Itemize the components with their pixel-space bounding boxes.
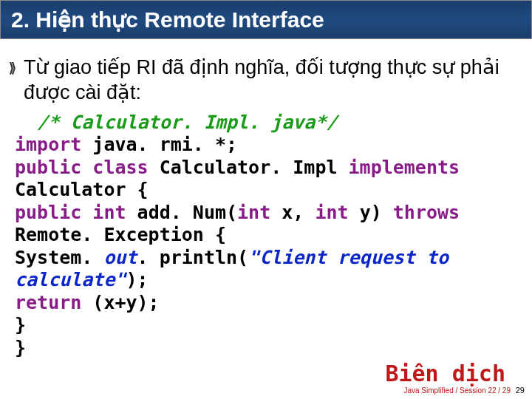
code-line: Remote. Exception { xyxy=(15,224,523,247)
code-line: public int add. Num(int x, int y) throws xyxy=(15,202,523,225)
bullet-item: ⟫ Từ giao tiếp RI đã định nghĩa, đối tượ… xyxy=(9,55,523,106)
code-line: /* Calculator. Impl. java*/ xyxy=(15,112,523,134)
code-line: } xyxy=(15,314,523,337)
bullet-text: Từ giao tiếp RI đã định nghĩa, đối tượng… xyxy=(24,55,523,106)
code-line: System. out. println("Client request to … xyxy=(15,247,523,292)
code-line: return (x+y); xyxy=(15,292,523,315)
code-line: Calculator { xyxy=(15,179,523,202)
code-block: /* Calculator. Impl. java*/ import java.… xyxy=(9,112,523,360)
slide-title: 2. Hiện thực Remote Interface xyxy=(11,7,521,33)
compile-label: Biên dịch xyxy=(9,361,523,386)
footer-text: Java Simplified / Session 22 / 29 xyxy=(403,386,511,395)
bullet-icon: ⟫ xyxy=(9,60,16,76)
code-line: } xyxy=(15,337,523,360)
page-number: 29 xyxy=(516,386,525,395)
code-line: public class Calculator. Impl implements xyxy=(15,157,523,180)
slide-title-bar: 2. Hiện thực Remote Interface xyxy=(0,0,532,39)
slide-footer: Java Simplified / Session 22 / 29 29 xyxy=(403,386,525,395)
code-line: import java. rmi. *; xyxy=(15,134,523,157)
slide-content: ⟫ Từ giao tiếp RI đã định nghĩa, đối tượ… xyxy=(0,39,532,386)
